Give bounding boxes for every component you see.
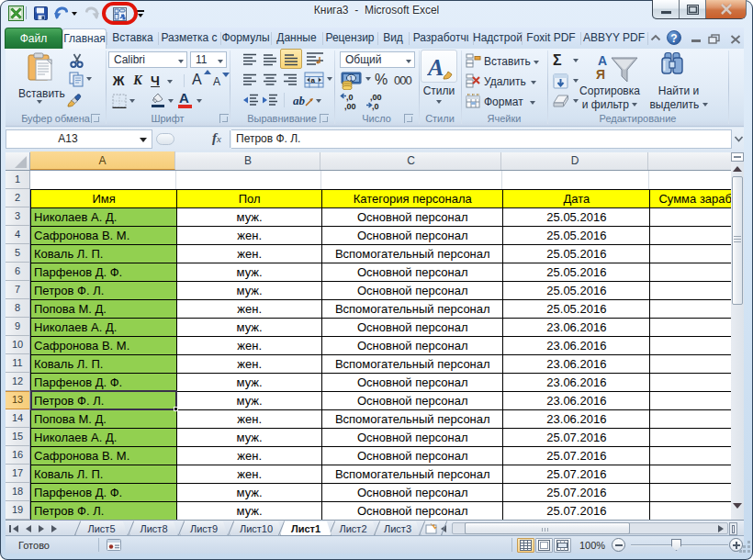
svg-text:Я: Я bbox=[596, 67, 605, 82]
svg-text:А: А bbox=[598, 53, 607, 68]
svg-text:ab: ab bbox=[293, 94, 306, 107]
svg-text:a: a bbox=[311, 76, 316, 84]
svg-text:,0: ,0 bbox=[346, 93, 354, 102]
svg-text:,00: ,00 bbox=[370, 93, 382, 102]
svg-text:,0: ,0 bbox=[372, 102, 379, 111]
svg-text:A: A bbox=[427, 54, 444, 81]
svg-text:,00: ,00 bbox=[344, 102, 356, 111]
